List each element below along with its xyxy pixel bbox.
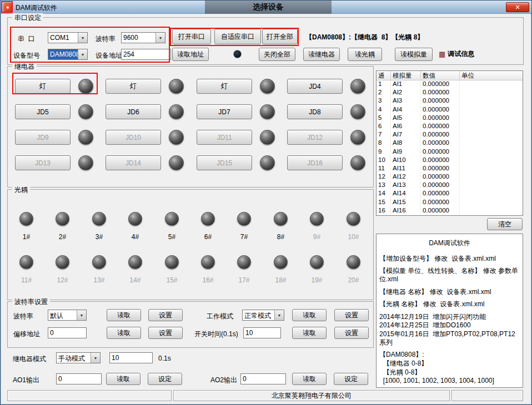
ao1-read-button[interactable]: 读取	[106, 373, 140, 385]
table-row[interactable]: 6AI60.000000	[377, 123, 523, 131]
table-row[interactable]: 7AI70.000000	[377, 131, 523, 139]
table-header-cell[interactable]: 通	[377, 71, 391, 80]
read-address-button[interactable]: 读取地址	[172, 48, 209, 61]
work-mode-combo[interactable]: 正常模式 ▼	[242, 310, 284, 321]
baud-read-button[interactable]: 读取	[107, 309, 141, 321]
relay-button-14[interactable]: JD14	[106, 155, 161, 170]
table-header-cell[interactable]: 模拟量	[391, 71, 421, 80]
work-mode-set-button[interactable]: 设置	[334, 309, 369, 321]
debug-info-button[interactable]: ▦ 调试信息	[439, 49, 474, 59]
switch-time-set-button[interactable]: 设置	[334, 327, 369, 339]
work-mode-read-button[interactable]: 读取	[292, 309, 327, 321]
relay-led-3[interactable]	[260, 79, 275, 94]
relay-button-9[interactable]: JD9	[15, 130, 71, 145]
table-cell: 0.000000	[421, 97, 460, 105]
relay-button-1[interactable]: 灯	[15, 79, 71, 94]
read-relay-button[interactable]: 读继电器	[303, 48, 340, 61]
relay-led-6[interactable]	[169, 104, 184, 119]
chevron-down-icon[interactable]: ▼	[77, 310, 86, 320]
ao1-input[interactable]	[56, 373, 102, 384]
relay-button-10[interactable]: JD10	[106, 130, 161, 145]
clear-button[interactable]: 清空	[487, 218, 523, 230]
close-button[interactable]: ✕	[506, 2, 529, 12]
offset-read-button[interactable]: 读取	[107, 327, 141, 339]
baud-value-combo[interactable]: 默认 ▼	[48, 310, 87, 321]
table-row[interactable]: 9AI90.000000	[377, 148, 523, 156]
relay-button-11[interactable]: JD11	[197, 130, 252, 145]
chevron-down-icon[interactable]: ▼	[91, 353, 100, 363]
relay-button-4[interactable]: JD4	[287, 79, 343, 94]
relay-button-13[interactable]: JD13	[15, 155, 71, 170]
relay-led-1[interactable]	[78, 79, 93, 94]
switch-time-read-button[interactable]: 读取	[292, 327, 327, 339]
ao2-input[interactable]	[240, 373, 286, 384]
relay-button-16[interactable]: JD16	[287, 155, 343, 170]
switch-time-input[interactable]	[243, 327, 281, 338]
offset-address-label: 偏移地址	[13, 330, 40, 339]
relay-led-12[interactable]	[350, 130, 365, 145]
table-header-cell[interactable]: 数值	[421, 71, 460, 80]
table-row[interactable]: 2AI20.000000	[377, 89, 523, 97]
relay-led-8[interactable]	[350, 104, 365, 119]
relay-led-14[interactable]	[169, 155, 184, 170]
relay-led-7[interactable]	[260, 104, 275, 119]
open-all-button[interactable]: 打开全部	[262, 29, 298, 44]
device-model-combo[interactable]: DAM0808 ▼	[48, 49, 88, 60]
relay-led-5[interactable]	[78, 104, 93, 119]
table-row[interactable]: 3AI30.000000	[377, 97, 523, 105]
baud-rate-combo[interactable]: 9600 ▼	[121, 32, 165, 43]
table-row[interactable]: 12AI120.000000	[377, 173, 523, 181]
relay-led-2[interactable]	[169, 79, 184, 94]
table-row[interactable]: 5AI50.000000	[377, 114, 523, 123]
chevron-down-icon[interactable]: ▼	[274, 310, 284, 320]
table-header-cell[interactable]: 单位	[460, 71, 523, 80]
table-cell	[460, 89, 523, 97]
ao2-read-button[interactable]: 读取	[292, 373, 327, 385]
adaptive-serial-button[interactable]: 自适应串口	[214, 29, 261, 44]
table-cell: 0.000000	[421, 106, 460, 114]
table-row[interactable]: 10AI100.000000	[377, 156, 523, 165]
table-row[interactable]: 14AI140.000000	[377, 190, 523, 198]
serial-port-combo[interactable]: COM1 ▼	[48, 32, 88, 43]
open-serial-button[interactable]: 打开串口	[172, 29, 211, 44]
relay-led-9[interactable]	[78, 130, 93, 145]
table-row[interactable]: 16AI160.000000	[377, 207, 523, 215]
relay-time-input[interactable]	[109, 352, 153, 363]
table-row[interactable]: 1AI10.000000	[377, 80, 523, 89]
relay-led-11[interactable]	[260, 130, 275, 145]
ao1-set-button[interactable]: 设定	[148, 373, 182, 385]
device-model-label: 设备型号	[13, 51, 40, 60]
read-opto-button[interactable]: 读光耦	[348, 48, 382, 61]
relay-button-7[interactable]: JD7	[197, 104, 252, 119]
relay-led-13[interactable]	[78, 155, 93, 170]
relay-led-4[interactable]	[350, 79, 365, 94]
relay-button-8[interactable]: JD8	[287, 104, 343, 119]
device-address-input[interactable]	[121, 49, 171, 60]
chevron-down-icon[interactable]: ▼	[78, 49, 87, 59]
baud-set-button[interactable]: 设置	[148, 309, 183, 321]
table-row[interactable]: 13AI130.000000	[377, 181, 523, 190]
offset-set-button[interactable]: 设置	[148, 327, 183, 339]
close-all-button[interactable]: 关闭全部	[259, 48, 295, 61]
chevron-down-icon[interactable]: ▼	[155, 33, 165, 43]
table-cell: AI14	[391, 190, 421, 198]
table-row[interactable]: 11AI110.000000	[377, 165, 523, 173]
table-row[interactable]: 8AI80.000000	[377, 139, 523, 148]
relay-led-15[interactable]	[260, 155, 275, 170]
relay-led-16[interactable]	[350, 155, 365, 170]
relay-button-6[interactable]: JD6	[106, 104, 161, 119]
ao2-set-button[interactable]: 设定	[334, 373, 368, 385]
relay-button-3[interactable]: 灯	[197, 79, 252, 94]
relay-mode-combo[interactable]: 手动模式 ▼	[56, 352, 101, 363]
relay-led-10[interactable]	[169, 130, 184, 145]
relay-button-2[interactable]: 灯	[106, 79, 161, 94]
chevron-down-icon[interactable]: ▼	[78, 33, 87, 43]
relay-button-15[interactable]: JD15	[197, 155, 252, 170]
relay-button-5[interactable]: JD5	[15, 104, 71, 119]
table-row[interactable]: 15AI150.000000	[377, 199, 523, 207]
read-analog-button[interactable]: 读模拟量	[395, 48, 433, 61]
offset-address-input[interactable]	[48, 327, 87, 338]
relay-button-12[interactable]: JD12	[287, 130, 343, 145]
log-line: 【继电器 0-8】	[379, 360, 520, 368]
table-row[interactable]: 4AI40.000000	[377, 106, 523, 114]
